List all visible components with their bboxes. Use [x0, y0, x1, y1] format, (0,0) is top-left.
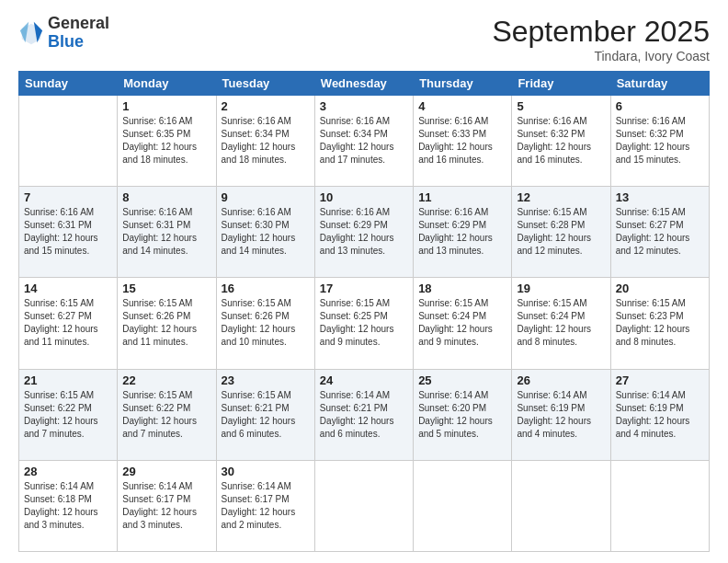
day-info: Sunrise: 6:16 AMSunset: 6:32 PMDaylight:… — [616, 116, 690, 165]
table-row: 16 Sunrise: 6:15 AMSunset: 6:26 PMDaylig… — [216, 278, 314, 369]
title-section: September 2025 Tindara, Ivory Coast — [492, 15, 710, 63]
table-row: 17 Sunrise: 6:15 AMSunset: 6:25 PMDaylig… — [314, 278, 413, 369]
day-number: 19 — [517, 282, 605, 295]
day-info: Sunrise: 6:15 AMSunset: 6:24 PMDaylight:… — [418, 298, 493, 347]
day-info: Sunrise: 6:16 AMSunset: 6:31 PMDaylight:… — [24, 207, 98, 256]
day-info: Sunrise: 6:16 AMSunset: 6:35 PMDaylight:… — [122, 116, 197, 165]
calendar-week-row: 21 Sunrise: 6:15 AMSunset: 6:22 PMDaylig… — [19, 369, 710, 460]
day-number: 12 — [517, 190, 605, 204]
table-row — [512, 460, 610, 551]
day-number: 1 — [122, 99, 210, 113]
day-info: Sunrise: 6:15 AMSunset: 6:27 PMDaylight:… — [24, 298, 98, 347]
table-row: 1 Sunrise: 6:16 AMSunset: 6:35 PMDayligh… — [118, 96, 216, 187]
day-number: 6 — [616, 99, 704, 113]
month-title: September 2025 — [492, 15, 710, 49]
table-row: 12 Sunrise: 6:15 AMSunset: 6:28 PMDaylig… — [512, 187, 610, 278]
table-row: 22 Sunrise: 6:15 AMSunset: 6:22 PMDaylig… — [118, 369, 216, 460]
table-row: 23 Sunrise: 6:15 AMSunset: 6:21 PMDaylig… — [216, 369, 314, 460]
table-row: 19 Sunrise: 6:15 AMSunset: 6:24 PMDaylig… — [512, 278, 610, 369]
day-info: Sunrise: 6:14 AMSunset: 6:19 PMDaylight:… — [616, 390, 690, 439]
col-sunday: Sunday — [19, 72, 118, 96]
day-number: 25 — [418, 373, 506, 387]
logo-text: General Blue — [48, 15, 109, 52]
day-number: 29 — [122, 465, 210, 478]
day-info: Sunrise: 6:15 AMSunset: 6:26 PMDaylight:… — [122, 298, 197, 347]
col-saturday: Saturday — [610, 72, 709, 96]
day-info: Sunrise: 6:14 AMSunset: 6:21 PMDaylight:… — [320, 390, 394, 439]
day-number: 3 — [320, 99, 408, 113]
table-row: 15 Sunrise: 6:15 AMSunset: 6:26 PMDaylig… — [118, 278, 216, 369]
day-info: Sunrise: 6:15 AMSunset: 6:24 PMDaylight:… — [517, 298, 591, 347]
table-row — [19, 96, 118, 187]
logo-icon — [18, 20, 44, 46]
day-number: 26 — [517, 373, 605, 387]
day-number: 23 — [222, 373, 310, 387]
table-row: 7 Sunrise: 6:16 AMSunset: 6:31 PMDayligh… — [19, 187, 118, 278]
day-info: Sunrise: 6:15 AMSunset: 6:27 PMDaylight:… — [616, 207, 690, 256]
day-number: 9 — [222, 190, 310, 204]
table-row: 6 Sunrise: 6:16 AMSunset: 6:32 PMDayligh… — [610, 96, 709, 187]
day-info: Sunrise: 6:14 AMSunset: 6:19 PMDaylight:… — [517, 390, 591, 439]
table-row: 21 Sunrise: 6:15 AMSunset: 6:22 PMDaylig… — [19, 369, 118, 460]
day-number: 20 — [616, 282, 704, 295]
col-monday: Monday — [118, 72, 216, 96]
day-info: Sunrise: 6:16 AMSunset: 6:29 PMDaylight:… — [418, 207, 493, 256]
location: Tindara, Ivory Coast — [492, 49, 710, 63]
day-info: Sunrise: 6:16 AMSunset: 6:32 PMDaylight:… — [517, 116, 591, 165]
day-info: Sunrise: 6:16 AMSunset: 6:31 PMDaylight:… — [122, 207, 197, 256]
day-info: Sunrise: 6:16 AMSunset: 6:34 PMDaylight:… — [320, 116, 394, 165]
table-row: 8 Sunrise: 6:16 AMSunset: 6:31 PMDayligh… — [118, 187, 216, 278]
table-row: 13 Sunrise: 6:15 AMSunset: 6:27 PMDaylig… — [610, 187, 709, 278]
day-number: 30 — [222, 465, 310, 478]
table-row: 30 Sunrise: 6:14 AMSunset: 6:17 PMDaylig… — [216, 460, 314, 551]
table-row: 27 Sunrise: 6:14 AMSunset: 6:19 PMDaylig… — [610, 369, 709, 460]
logo-general: General — [48, 15, 109, 33]
day-number: 2 — [222, 99, 310, 113]
day-number: 21 — [24, 373, 112, 387]
day-number: 16 — [222, 282, 310, 295]
col-wednesday: Wednesday — [314, 72, 413, 96]
table-row: 5 Sunrise: 6:16 AMSunset: 6:32 PMDayligh… — [512, 96, 610, 187]
day-number: 15 — [122, 282, 210, 295]
day-number: 24 — [320, 373, 408, 387]
table-row: 10 Sunrise: 6:16 AMSunset: 6:29 PMDaylig… — [314, 187, 413, 278]
table-row — [610, 460, 709, 551]
day-number: 27 — [616, 373, 704, 387]
calendar-week-row: 7 Sunrise: 6:16 AMSunset: 6:31 PMDayligh… — [19, 187, 710, 278]
day-info: Sunrise: 6:15 AMSunset: 6:22 PMDaylight:… — [122, 390, 197, 439]
table-row — [314, 460, 413, 551]
day-info: Sunrise: 6:15 AMSunset: 6:22 PMDaylight:… — [24, 390, 98, 439]
day-info: Sunrise: 6:15 AMSunset: 6:28 PMDaylight:… — [517, 207, 591, 256]
day-number: 28 — [24, 465, 112, 478]
col-tuesday: Tuesday — [216, 72, 314, 96]
day-info: Sunrise: 6:15 AMSunset: 6:21 PMDaylight:… — [222, 390, 296, 439]
day-number: 10 — [320, 190, 408, 204]
table-row: 28 Sunrise: 6:14 AMSunset: 6:18 PMDaylig… — [19, 460, 118, 551]
calendar-week-row: 28 Sunrise: 6:14 AMSunset: 6:18 PMDaylig… — [19, 460, 710, 551]
table-row: 4 Sunrise: 6:16 AMSunset: 6:33 PMDayligh… — [414, 96, 512, 187]
day-info: Sunrise: 6:14 AMSunset: 6:17 PMDaylight:… — [222, 481, 296, 530]
day-number: 18 — [418, 282, 506, 295]
calendar-table: Sunday Monday Tuesday Wednesday Thursday… — [18, 71, 710, 552]
day-info: Sunrise: 6:14 AMSunset: 6:17 PMDaylight:… — [122, 481, 197, 530]
table-row: 26 Sunrise: 6:14 AMSunset: 6:19 PMDaylig… — [512, 369, 610, 460]
day-number: 7 — [24, 190, 112, 204]
day-info: Sunrise: 6:14 AMSunset: 6:20 PMDaylight:… — [418, 390, 493, 439]
table-row: 25 Sunrise: 6:14 AMSunset: 6:20 PMDaylig… — [414, 369, 512, 460]
day-info: Sunrise: 6:16 AMSunset: 6:30 PMDaylight:… — [222, 207, 296, 256]
table-row: 3 Sunrise: 6:16 AMSunset: 6:34 PMDayligh… — [314, 96, 413, 187]
day-info: Sunrise: 6:16 AMSunset: 6:34 PMDaylight:… — [222, 116, 296, 165]
day-info: Sunrise: 6:16 AMSunset: 6:33 PMDaylight:… — [418, 116, 493, 165]
day-number: 8 — [122, 190, 210, 204]
table-row: 2 Sunrise: 6:16 AMSunset: 6:34 PMDayligh… — [216, 96, 314, 187]
table-row: 24 Sunrise: 6:14 AMSunset: 6:21 PMDaylig… — [314, 369, 413, 460]
logo-blue: Blue — [48, 33, 109, 52]
calendar-header-row: Sunday Monday Tuesday Wednesday Thursday… — [19, 72, 710, 96]
calendar-week-row: 1 Sunrise: 6:16 AMSunset: 6:35 PMDayligh… — [19, 96, 710, 187]
col-friday: Friday — [512, 72, 610, 96]
day-number: 11 — [418, 190, 506, 204]
header: General Blue September 2025 Tindara, Ivo… — [18, 15, 710, 63]
day-info: Sunrise: 6:15 AMSunset: 6:26 PMDaylight:… — [222, 298, 296, 347]
table-row: 9 Sunrise: 6:16 AMSunset: 6:30 PMDayligh… — [216, 187, 314, 278]
day-number: 13 — [616, 190, 704, 204]
